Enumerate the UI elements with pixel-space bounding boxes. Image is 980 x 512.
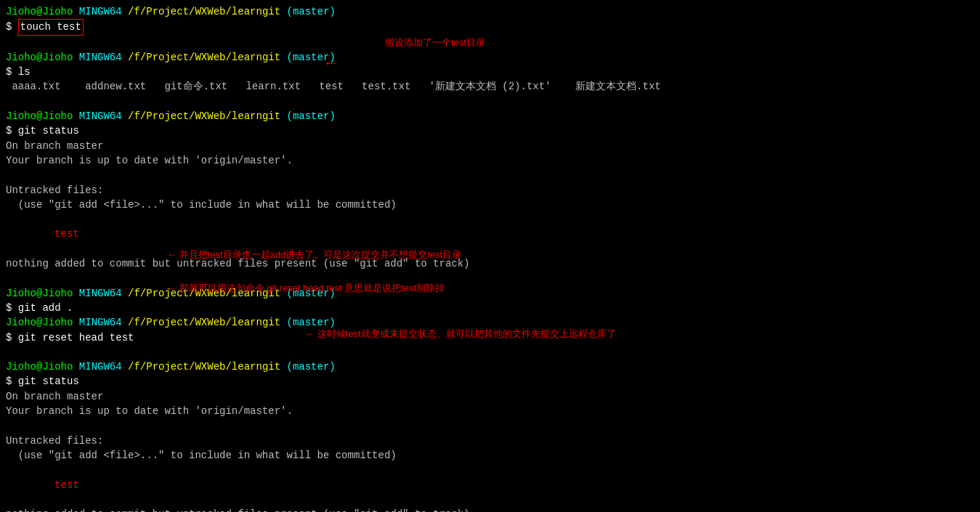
line-gs2-o1: On branch master bbox=[6, 389, 974, 404]
line-gs2-o3: Untracked files: bbox=[6, 434, 974, 448]
prompt-app-1: MINGW64 bbox=[79, 4, 122, 19]
line-gs1-o4: (use "git add <file>..." to include in w… bbox=[6, 198, 974, 212]
line-prompt-gs1: Jioho@Jioho MINGW64 /f/Project/WXWeb/lea… bbox=[6, 109, 974, 123]
blank-3 bbox=[6, 168, 974, 182]
annotation-1: 假设添加了一个test目录 bbox=[385, 36, 485, 50]
prompt-branch-1: (master) bbox=[287, 4, 336, 19]
line-gs1-nothing: nothing added to commit but untracked fi… bbox=[6, 256, 974, 271]
prompt-path-1: /f/Project/WXWeb/learngit bbox=[128, 4, 280, 19]
blank-2 bbox=[6, 94, 974, 109]
touch-test-cmd: touch test bbox=[18, 19, 84, 35]
prompt-user-1: Jioho@Jioho bbox=[6, 4, 73, 19]
line-gs2-nothing: nothing added to commit but untracked fi… bbox=[6, 507, 974, 512]
terminal: Jioho@Jioho MINGW64 /f/Project/WXWeb/lea… bbox=[0, 0, 980, 512]
blank-10 bbox=[6, 492, 974, 507]
line-add-cmd: $ git add . bbox=[6, 301, 974, 315]
blank-4 bbox=[6, 212, 974, 227]
line-gs2-test-red: test bbox=[6, 478, 974, 492]
line-ls-cmd: $ ls bbox=[6, 65, 974, 79]
line-gs1-test-red: test bbox=[6, 227, 974, 241]
line-ls-output: aaaa.txt addnew.txt git命令.txt learn.txt … bbox=[6, 79, 974, 94]
line-gs2-o2: Your branch is up to date with 'origin/m… bbox=[6, 404, 974, 418]
line-gs1-cmd: $ git status bbox=[6, 123, 974, 138]
line-1: Jioho@Jioho MINGW64 /f/Project/WXWeb/lea… bbox=[6, 4, 974, 19]
annotation-2: ← 并且把test目录也一起add进去了。可是这次提交并不想提交test目录 bbox=[167, 248, 461, 262]
line-gs1-o3: Untracked files: bbox=[6, 183, 974, 198]
blank-5 bbox=[6, 242, 974, 256]
annotation-3: ← 那就可以用这句命令 git reset head test 意思就是说把te… bbox=[167, 282, 445, 296]
blank-1 bbox=[6, 36, 974, 50]
line-prompt-add: Jioho@Jioho MINGW64 /f/Project/WXWeb/lea… bbox=[6, 286, 974, 301]
arrow-1: ← bbox=[323, 52, 338, 73]
blank-7 bbox=[6, 345, 974, 359]
line-gs1-o2: Your branch is up to date with 'origin/m… bbox=[6, 153, 974, 168]
line-gs1-o1: On branch master bbox=[6, 139, 974, 153]
line-2: $ touch test bbox=[6, 19, 974, 35]
blank-8 bbox=[6, 418, 974, 433]
line-3: Jioho@Jioho MINGW64 /f/Project/WXWeb/lea… bbox=[6, 50, 974, 65]
blank-9 bbox=[6, 463, 974, 477]
annotation-4: ← 这时候test就变成未提交状态。就可以把其他的文件先提交上远程仓库了 bbox=[305, 328, 616, 341]
line-prompt-gs2: Jioho@Jioho MINGW64 /f/Project/WXWeb/lea… bbox=[6, 359, 974, 374]
line-gs2-cmd: $ git status bbox=[6, 374, 974, 389]
blank-6 bbox=[6, 271, 974, 285]
line-gs2-o4: (use "git add <file>..." to include in w… bbox=[6, 448, 974, 463]
